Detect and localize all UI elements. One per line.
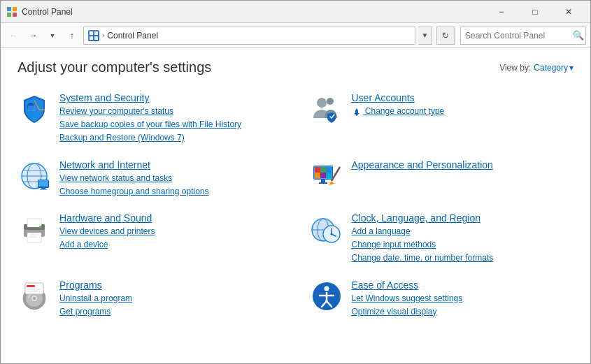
svg-rect-4 (90, 31, 93, 35)
system-security-title[interactable]: System and Security (59, 92, 282, 103)
up-button[interactable]: ↑ (64, 27, 80, 44)
svg-point-11 (327, 98, 334, 105)
hardware-icon (17, 212, 51, 246)
svg-rect-7 (94, 36, 98, 40)
svg-rect-24 (315, 167, 320, 173)
clock-link-3[interactable]: Change date, time, or number formats (352, 252, 574, 265)
svg-rect-26 (326, 167, 332, 173)
close-button[interactable]: ✕ (553, 1, 585, 23)
ease-of-access-icon (310, 279, 343, 313)
programs-link-1[interactable]: Uninstall a program (59, 292, 282, 305)
title-bar: Control Panel − □ ✕ (1, 1, 590, 23)
svg-rect-21 (40, 189, 47, 189)
system-security-link-1[interactable]: Review your computer's status (59, 105, 282, 118)
svg-rect-29 (326, 173, 332, 178)
appearance-text: Appearance and Personalization (352, 159, 574, 172)
search-icon[interactable]: 🔍 (573, 30, 584, 41)
svg-rect-2 (7, 13, 11, 17)
svg-rect-55 (27, 285, 35, 287)
category-network: Network and Internet View network status… (17, 156, 282, 201)
main-content: Adjust your computer's settings View by:… (1, 48, 590, 333)
title-bar-title: Control Panel (22, 7, 73, 17)
category-ease-of-access: Ease of Access Let Windows suggest setti… (310, 277, 574, 321)
svg-rect-25 (320, 167, 326, 173)
svg-rect-1 (13, 7, 17, 11)
address-bar: ← → ▼ ↑ › Control Panel ▼ ↻ 🔍 (1, 23, 590, 48)
hardware-text: Hardware and Sound View devices and prin… (59, 212, 282, 252)
category-system-security: System and Security Review your computer… (17, 89, 282, 148)
clock-text: Clock, Language, and Region Add a langua… (352, 212, 574, 265)
category-user-accounts: User Accounts Change account type (310, 89, 574, 148)
svg-point-10 (317, 98, 327, 108)
network-icon (17, 159, 51, 193)
breadcrumb-separator: › (102, 31, 104, 39)
network-link-2[interactable]: Choose homegroup and sharing options (59, 185, 282, 198)
svg-point-59 (324, 286, 329, 291)
category-appearance: Appearance and Personalization (310, 156, 574, 201)
svg-rect-19 (38, 180, 48, 187)
svg-rect-30 (321, 180, 325, 182)
user-accounts-icon (310, 92, 343, 126)
svg-rect-31 (319, 182, 327, 184)
system-security-text: System and Security Review your computer… (59, 92, 282, 145)
view-by-value[interactable]: Category ▾ (534, 63, 574, 73)
category-clock: Clock, Language, and Region Add a langua… (310, 210, 574, 268)
clock-link-2[interactable]: Change input methods (352, 238, 574, 252)
appearance-icon (310, 159, 343, 193)
appearance-title[interactable]: Appearance and Personalization (352, 159, 574, 170)
nav-dropdown-button[interactable]: ▼ (44, 27, 61, 44)
refresh-button[interactable]: ↻ (436, 27, 455, 45)
svg-rect-36 (27, 219, 41, 227)
search-input[interactable] (465, 31, 570, 41)
svg-marker-33 (329, 181, 334, 185)
svg-rect-27 (315, 173, 320, 178)
ease-of-access-link-1[interactable]: Let Windows suggest settings (352, 292, 574, 305)
category-hardware: Hardware and Sound View devices and prin… (17, 210, 282, 268)
programs-link-2[interactable]: Get programs (59, 305, 282, 319)
minimize-button[interactable]: − (485, 1, 518, 23)
page-header: Adjust your computer's settings View by:… (17, 59, 574, 75)
clock-icon (310, 212, 343, 246)
hardware-link-2[interactable]: Add a device (59, 238, 282, 252)
svg-rect-3 (13, 13, 17, 17)
address-dropdown-button[interactable]: ▼ (418, 27, 432, 45)
maximize-button[interactable]: □ (519, 1, 551, 23)
clock-title[interactable]: Clock, Language, and Region (352, 212, 574, 224)
svg-rect-9 (28, 105, 35, 111)
title-bar-controls: − □ ✕ (485, 1, 585, 23)
user-accounts-title[interactable]: User Accounts (352, 92, 574, 103)
programs-title[interactable]: Programs (59, 279, 282, 291)
clock-link-1[interactable]: Add a language (352, 225, 574, 238)
hardware-title[interactable]: Hardware and Sound (59, 212, 282, 224)
hardware-link-1[interactable]: View devices and printers (59, 225, 282, 238)
back-button[interactable]: ← (5, 27, 22, 44)
svg-rect-28 (320, 173, 326, 178)
programs-text: Programs Uninstall a program Get program… (59, 279, 282, 319)
system-security-link-2[interactable]: Save backup copies of your files with Fi… (59, 118, 282, 131)
system-security-link-3[interactable]: Backup and Restore (Windows 7) (59, 131, 282, 145)
title-bar-left: Control Panel (6, 6, 73, 17)
svg-rect-5 (94, 31, 98, 35)
user-accounts-text: User Accounts Change account type (352, 92, 574, 118)
svg-rect-20 (41, 188, 45, 189)
view-by-label: View by: (499, 63, 531, 73)
category-grid: System and Security Review your computer… (17, 89, 574, 321)
ease-of-access-link-2[interactable]: Optimize visual display (352, 305, 574, 319)
system-security-icon (17, 92, 51, 126)
svg-rect-0 (7, 7, 11, 11)
user-accounts-link-1[interactable]: Change account type (352, 105, 574, 118)
svg-point-40 (39, 226, 42, 228)
forward-button[interactable]: → (24, 27, 41, 44)
category-programs: Programs Uninstall a program Get program… (17, 277, 282, 321)
breadcrumb-path: Control Panel (107, 31, 158, 41)
svg-rect-6 (90, 36, 93, 40)
svg-point-53 (33, 297, 36, 300)
network-title[interactable]: Network and Internet (59, 159, 282, 170)
breadcrumb-bar: › Control Panel (83, 27, 415, 45)
ease-of-access-title[interactable]: Ease of Access (352, 279, 574, 291)
network-link-1[interactable]: View network status and tasks (59, 172, 282, 185)
ease-of-access-text: Ease of Access Let Windows suggest setti… (352, 279, 574, 319)
page-title: Adjust your computer's settings (17, 59, 211, 75)
network-text: Network and Internet View network status… (59, 159, 282, 198)
svg-rect-54 (25, 283, 43, 294)
